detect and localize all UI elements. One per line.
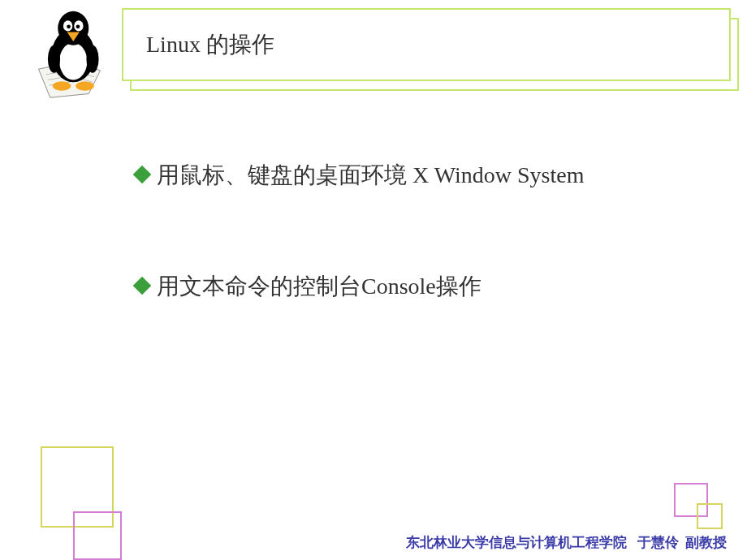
penguin-icon [31, 6, 108, 104]
content-area: 用鼠标、键盘的桌面环境 X Window System 用文本命令的控制台Con… [134, 158, 702, 381]
footer: 东北林业大学信息与计算机工程学院 于慧伶 副教授 [406, 533, 727, 552]
svg-point-7 [59, 43, 87, 80]
title-box: Linux 的操作 [122, 8, 739, 89]
decoration-bottom-left [32, 446, 146, 560]
svg-point-15 [76, 81, 94, 90]
tux-logo [31, 6, 108, 104]
footer-author: 于慧伶 [637, 535, 679, 550]
footer-institution: 东北林业大学信息与计算机工程学院 [406, 535, 627, 550]
svg-point-14 [53, 81, 71, 90]
svg-point-11 [67, 24, 71, 28]
svg-point-16 [48, 45, 60, 73]
footer-rank: 副教授 [685, 535, 727, 550]
slide-title: Linux 的操作 [146, 29, 274, 60]
decoration-bottom-right [674, 483, 731, 532]
bullet-text: 用鼠标、键盘的桌面环境 X Window System [157, 162, 584, 187]
bullet-item: 用鼠标、键盘的桌面环境 X Window System [134, 158, 702, 192]
diamond-bullet-icon [133, 166, 152, 184]
svg-point-17 [86, 45, 98, 73]
title-box-front: Linux 的操作 [122, 8, 731, 81]
diamond-bullet-icon [133, 277, 152, 295]
svg-point-12 [76, 24, 80, 28]
square-purple-icon [73, 511, 122, 560]
bullet-text: 用文本命令的控制台Console操作 [157, 274, 481, 299]
square-yellow-icon [697, 503, 723, 529]
bullet-item: 用文本命令的控制台Console操作 [134, 269, 702, 304]
